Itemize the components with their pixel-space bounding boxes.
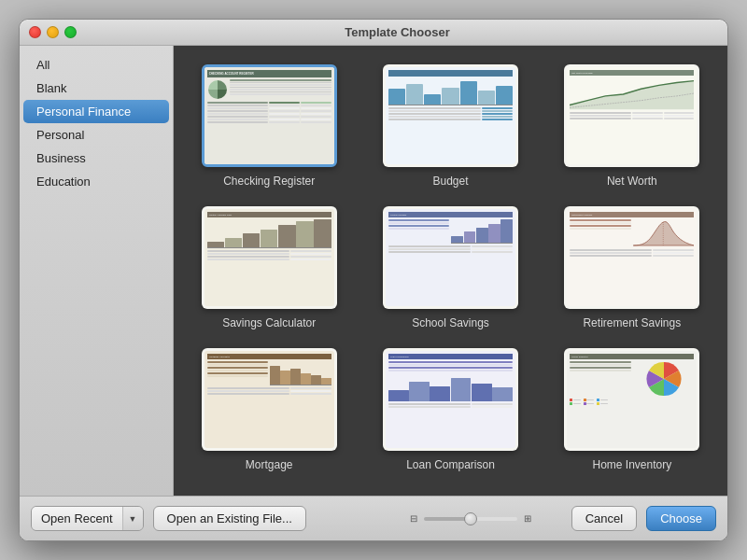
template-net-worth[interactable]: Net Worth Overview bbox=[551, 64, 713, 188]
template-label-budget: Budget bbox=[432, 175, 468, 188]
sidebar-item-business[interactable]: Business bbox=[23, 147, 169, 170]
zoom-slider-area: ⊟ ⊞ bbox=[407, 512, 534, 525]
template-checking-register[interactable]: CHECKING ACCOUNT REGISTER bbox=[188, 64, 350, 188]
sidebar-item-all[interactable]: All bbox=[23, 53, 169, 77]
template-home-inventory[interactable]: Home Inventory bbox=[551, 348, 713, 471]
minimize-button[interactable] bbox=[47, 26, 59, 38]
main-content: All Blank Personal Finance Personal Busi… bbox=[20, 46, 727, 496]
svg-marker-1 bbox=[570, 81, 694, 110]
zoom-out-icon: ⊟ bbox=[407, 512, 420, 525]
template-label-loan-comparison: Loan Comparison bbox=[406, 458, 495, 471]
sidebar-item-personal[interactable]: Personal bbox=[23, 123, 169, 147]
template-thumb-budget bbox=[383, 64, 518, 167]
zoom-in-icon: ⊞ bbox=[521, 512, 534, 525]
templates-area: CHECKING ACCOUNT REGISTER bbox=[174, 46, 727, 496]
template-chooser-window: Template Chooser All Blank Personal Fina… bbox=[19, 19, 728, 541]
template-label-checking-register: Checking Register bbox=[223, 175, 315, 188]
sidebar-item-education[interactable]: Education bbox=[23, 170, 169, 193]
templates-grid: CHECKING ACCOUNT REGISTER bbox=[188, 64, 713, 471]
template-thumb-home-inventory: Home Inventory bbox=[564, 348, 699, 451]
footer: Open Recent ▼ Open an Existing File... ⊟… bbox=[20, 496, 727, 540]
template-mortgage[interactable]: Mortgage Calculator bbox=[188, 348, 350, 471]
traffic-lights bbox=[29, 26, 77, 38]
template-thumb-school-savings: School Savings bbox=[383, 206, 518, 309]
sidebar: All Blank Personal Finance Personal Busi… bbox=[20, 46, 174, 496]
close-button[interactable] bbox=[29, 26, 41, 38]
template-label-retirement-savings: Retirement Savings bbox=[583, 316, 681, 329]
sidebar-item-personal-finance[interactable]: Personal Finance bbox=[23, 100, 169, 123]
template-retirement-savings[interactable]: Retirement Savings bbox=[551, 206, 713, 329]
template-label-net-worth: Net Worth bbox=[607, 175, 657, 188]
open-existing-button[interactable]: Open an Existing File... bbox=[153, 506, 306, 531]
template-label-home-inventory: Home Inventory bbox=[592, 458, 671, 471]
choose-button[interactable]: Choose bbox=[646, 506, 716, 531]
template-label-savings-calculator: Savings Calculator bbox=[222, 316, 316, 329]
template-thumb-loan-comparison: Loan Comparison bbox=[383, 348, 518, 451]
sidebar-item-blank[interactable]: Blank bbox=[23, 77, 169, 100]
template-label-school-savings: School Savings bbox=[412, 316, 489, 329]
zoom-slider[interactable] bbox=[424, 517, 517, 521]
template-thumb-checking-register: CHECKING ACCOUNT REGISTER bbox=[202, 64, 337, 167]
cancel-button[interactable]: Cancel bbox=[571, 506, 637, 531]
template-school-savings[interactable]: School Savings bbox=[369, 206, 531, 329]
template-thumb-savings-calculator: Monthly Savings Goal bbox=[202, 206, 337, 309]
template-label-mortgage: Mortgage bbox=[246, 458, 293, 471]
template-thumb-retirement-savings: Retirement Savings bbox=[564, 206, 699, 309]
open-recent-split-button[interactable]: Open Recent ▼ bbox=[31, 506, 144, 531]
template-thumb-mortgage: Mortgage Calculator bbox=[202, 348, 337, 451]
template-thumb-net-worth: Net Worth Overview bbox=[564, 64, 699, 167]
window-title: Template Chooser bbox=[77, 25, 718, 39]
open-recent-arrow[interactable]: ▼ bbox=[122, 507, 143, 530]
maximize-button[interactable] bbox=[64, 26, 77, 38]
title-bar: Template Chooser bbox=[20, 20, 727, 46]
template-budget[interactable]: Budget bbox=[369, 64, 531, 188]
template-savings-calculator[interactable]: Monthly Savings Goal bbox=[188, 206, 350, 329]
template-loan-comparison[interactable]: Loan Comparison bbox=[369, 348, 531, 471]
open-recent-button[interactable]: Open Recent bbox=[32, 507, 122, 530]
